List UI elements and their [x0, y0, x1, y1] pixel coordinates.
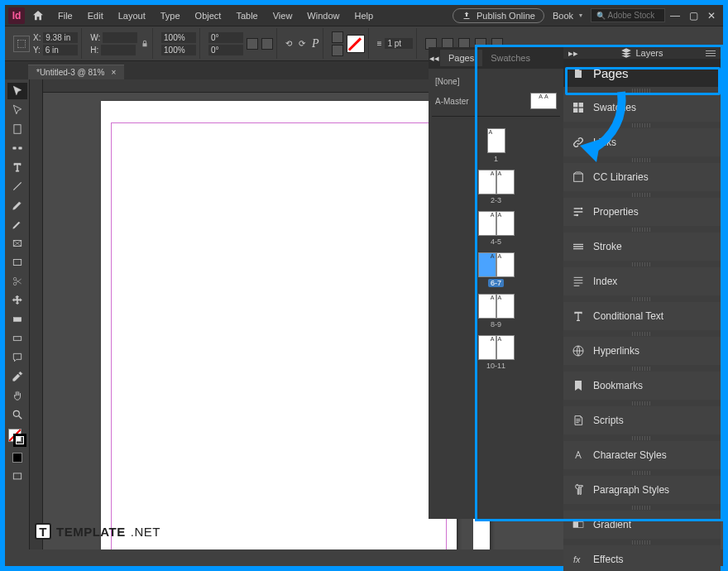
tab-close-icon[interactable]: × [111, 68, 116, 77]
publish-online-button[interactable]: Publish Online [453, 8, 544, 23]
workspace-switcher[interactable]: Book [546, 7, 589, 24]
h-input[interactable] [101, 45, 136, 55]
page-thumb[interactable] [478, 170, 496, 194]
zoom-tool[interactable] [7, 406, 27, 423]
menu-view[interactable]: View [266, 7, 299, 24]
page-thumb[interactable] [496, 335, 515, 360]
stroke-icon [572, 240, 585, 253]
panel-item-effects[interactable]: fxEffects [563, 545, 721, 571]
page-left[interactable] [101, 101, 457, 549]
scale-y-input[interactable] [161, 45, 196, 55]
eyedropper-tool[interactable] [7, 368, 27, 385]
fill-stroke-swatch[interactable] [8, 429, 26, 447]
rectangle-tool[interactable] [7, 254, 27, 271]
note-tool[interactable] [7, 349, 27, 366]
panel-item-stroke[interactable]: Stroke [563, 233, 721, 261]
menu-object[interactable]: Object [189, 7, 228, 24]
panel-item-gradient[interactable]: Gradient [563, 511, 721, 539]
w-input[interactable] [103, 32, 137, 43]
pencil-tool[interactable] [7, 216, 27, 233]
fill-swatch[interactable] [347, 35, 365, 53]
panel-item-charstyles[interactable]: Character Styles [563, 441, 721, 469]
spread[interactable]: 10-11 [478, 335, 515, 370]
master-a[interactable]: A-Master [432, 89, 560, 113]
panel-item-conditional[interactable]: Conditional Text [563, 302, 721, 330]
menu-type[interactable]: Type [154, 7, 187, 24]
spreads-list: 12-34-56-78-910-11 [432, 128, 560, 370]
page-thumb[interactable] [478, 252, 496, 277]
close-button[interactable]: ✕ [703, 10, 720, 22]
direct-selection-tool[interactable] [7, 102, 27, 118]
panel-item-index[interactable]: Index [563, 267, 721, 295]
spread[interactable]: 1 [487, 128, 505, 163]
free-transform-tool[interactable] [7, 292, 27, 309]
menu-edit[interactable]: Edit [81, 7, 110, 24]
master-none[interactable]: [None] [432, 74, 560, 89]
page-thumb[interactable] [478, 294, 496, 319]
scissors-tool[interactable] [7, 273, 27, 290]
page-thumb[interactable] [487, 128, 505, 153]
gradient-feather-tool[interactable] [7, 330, 27, 347]
flip-v-icon[interactable] [261, 38, 273, 50]
scale-x-input[interactable] [161, 32, 196, 43]
home-icon[interactable] [31, 9, 45, 22]
app-logo-icon: Id [8, 7, 25, 24]
panel-item-scripts[interactable]: Scripts [563, 406, 721, 434]
maximize-button[interactable]: ▢ [685, 10, 702, 22]
menu-help[interactable]: Help [347, 7, 380, 24]
flip-h-icon[interactable] [247, 38, 258, 50]
panel-item-pages[interactable]: Pages [563, 59, 721, 87]
gap-tool[interactable] [7, 140, 27, 156]
type-tool[interactable] [7, 159, 27, 175]
spread[interactable]: 2-3 [478, 170, 515, 204]
line-tool[interactable] [7, 178, 27, 194]
panel-item-cclib[interactable]: CC Libraries [563, 163, 721, 191]
page-thumb[interactable] [478, 335, 496, 360]
panel-item-links[interactable]: Links [563, 128, 721, 156]
spread[interactable]: 6-7 [478, 252, 515, 287]
y-input[interactable] [43, 45, 78, 55]
page-thumb[interactable] [496, 294, 515, 319]
panel-item-properties[interactable]: Properties [563, 198, 721, 226]
screen-mode-icon[interactable] [7, 468, 27, 485]
document-tab[interactable]: *Untitled-3 @ 81% × [28, 65, 124, 79]
pages-panel-tab-swatches[interactable]: Swatches [482, 50, 539, 66]
container-mode-icon[interactable] [332, 31, 343, 43]
spread[interactable]: 8-9 [478, 294, 515, 329]
shear-input[interactable] [208, 45, 243, 55]
rotate-cw-icon[interactable]: ⟳ [299, 39, 305, 48]
search-stock-input[interactable]: 🔍 Adobe Stock [591, 8, 665, 22]
page-thumb[interactable] [496, 170, 515, 194]
panel-item-hyperlinks[interactable]: Hyperlinks [563, 337, 721, 365]
panel-item-bookmarks[interactable]: Bookmarks [563, 372, 721, 400]
x-input[interactable] [43, 32, 78, 43]
layers-panel-tab[interactable]: ▸▸ Layers [563, 47, 721, 59]
panel-menu-icon[interactable] [706, 50, 716, 56]
page-thumb[interactable] [496, 211, 515, 236]
pages-panel-tab-pages[interactable]: Pages [440, 50, 482, 66]
pen-tool[interactable] [7, 197, 27, 214]
rectangle-frame-tool[interactable] [7, 235, 27, 252]
lock-icon[interactable] [141, 39, 149, 49]
hand-tool[interactable] [7, 387, 27, 404]
menu-layout[interactable]: Layout [112, 7, 152, 24]
menu-window[interactable]: Window [300, 7, 346, 24]
paragraph-icon[interactable]: P [312, 37, 319, 50]
panel-item-swatches[interactable]: Swatches [563, 94, 721, 122]
minimize-button[interactable]: — [667, 10, 683, 22]
rotate-input[interactable] [208, 32, 243, 43]
stroke-weight-input[interactable] [385, 38, 413, 49]
panel-collapse-icon[interactable]: ◂◂ [429, 53, 440, 64]
menu-table[interactable]: Table [229, 7, 264, 24]
selection-tool[interactable] [7, 83, 27, 99]
page-thumb[interactable] [496, 252, 515, 277]
menu-file[interactable]: File [51, 7, 79, 24]
rotate-ccw-icon[interactable]: ⟲ [285, 39, 292, 48]
panel-item-parastyles[interactable]: Paragraph Styles [563, 476, 721, 504]
gradient-swatch-tool[interactable] [7, 311, 27, 328]
apply-color-icon[interactable] [7, 449, 27, 466]
page-thumb[interactable] [478, 211, 496, 236]
spread[interactable]: 4-5 [478, 211, 515, 246]
content-mode-icon[interactable] [332, 45, 343, 56]
page-tool[interactable] [7, 121, 27, 137]
